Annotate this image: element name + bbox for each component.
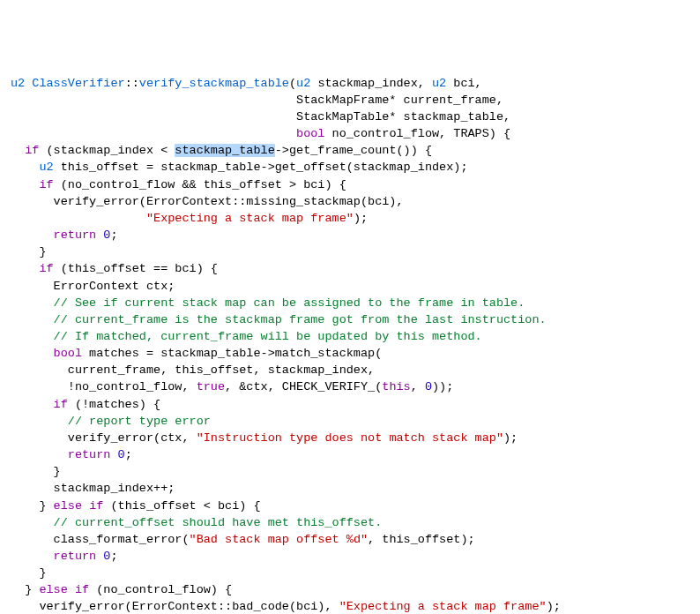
indent (11, 398, 54, 411)
code-line: // If matched, current_frame will be upd… (11, 330, 482, 343)
keyword-token: if (75, 583, 89, 596)
indent: } (11, 583, 39, 596)
func-token: verify_stackmap_table (139, 77, 289, 90)
indent (11, 178, 39, 191)
code-line: verify_error(ErrorContext::missing_stack… (11, 195, 404, 208)
code-line: return 0; (11, 448, 132, 461)
indent: verify_error(ctx, (11, 431, 197, 445)
text: matches = stackmap_table->match_stackmap… (82, 347, 382, 360)
code-line: StackMapFrame* current_frame, (11, 94, 503, 107)
text: ); (354, 212, 368, 225)
class-token: ClassVerifier (25, 77, 124, 90)
code-line: return 0; (11, 550, 118, 563)
type-token: u2 (296, 77, 310, 90)
text: ); (503, 431, 518, 445)
text (82, 499, 89, 513)
code-line: } else if (no_control_flow) { (11, 583, 232, 596)
type-token: u2 (432, 77, 446, 90)
indent (11, 228, 54, 242)
string-token: "Instruction type does not match stack m… (197, 431, 503, 445)
text: , &ctx, CHECK_VERIFY_( (225, 380, 382, 393)
text (68, 583, 75, 596)
code-line: ErrorContext ctx; (11, 280, 175, 293)
comment-token: // See if current stack map can be assig… (54, 296, 525, 310)
indent (11, 212, 146, 225)
code-line: u2 ClassVerifier::verify_stackmap_table(… (11, 77, 482, 90)
number-token: 0 (118, 448, 125, 461)
code-line: "Expecting a stack map frame"); (11, 212, 368, 225)
comment-token: // If matched, current_frame will be upd… (54, 330, 482, 343)
text: (no_control_flow && this_offset > bci) { (54, 178, 346, 191)
text: this_offset = stackmap_table->get_offset… (54, 161, 468, 174)
indent (11, 313, 54, 326)
code-line: bool matches = stackmap_table->match_sta… (11, 347, 382, 360)
code-line: // report type error (11, 415, 211, 428)
code-line: // See if current stack map can be assig… (11, 296, 525, 310)
comment-token: // current_frame is the stackmap frame g… (54, 313, 547, 326)
keyword-token: if (39, 262, 53, 275)
code-line: if (this_offset == bci) { (11, 262, 218, 275)
keyword-token: if (25, 144, 39, 157)
indent (11, 347, 54, 360)
keyword-token: return (54, 228, 97, 242)
code-line: stackmap_index++; (11, 482, 175, 495)
text: )); (432, 380, 453, 393)
text: ); (547, 600, 561, 613)
code-line: } (11, 566, 47, 580)
keyword-token: else (54, 499, 82, 513)
indent (11, 127, 296, 140)
text: ; (110, 228, 117, 242)
text: (this_offset < bci) { (103, 499, 260, 513)
code-line: if (stackmap_index < stackmap_table->get… (11, 144, 432, 157)
code-line: } else if (this_offset < bci) { (11, 499, 261, 513)
indent: } (11, 499, 54, 513)
indent (11, 296, 54, 310)
code-line: // current_offset should have met this_o… (11, 516, 382, 529)
code-line: if (!matches) { (11, 398, 160, 411)
indent (11, 330, 54, 343)
code-line: } (11, 245, 47, 258)
keyword-token: if (89, 499, 103, 513)
paren: ( (289, 77, 296, 90)
string-token: "Bad stack map offset %d" (190, 533, 369, 546)
keyword-token: this (382, 380, 410, 393)
text: (stackmap_index < (39, 144, 175, 157)
keyword-token: bool (54, 347, 82, 360)
text (110, 448, 117, 461)
text: (!matches) { (68, 398, 160, 411)
text: ; (125, 448, 132, 461)
code-line: StackMapTable* stackmap_table, (11, 110, 510, 124)
text: (this_offset == bci) { (54, 262, 218, 275)
keyword-token: if (54, 398, 68, 411)
keyword-token: return (54, 550, 97, 563)
code-line: current_frame, this_offset, stackmap_ind… (11, 363, 375, 377)
type-token: u2 (11, 77, 25, 90)
text: , this_offset); (368, 533, 475, 546)
indent: !no_control_flow, (11, 380, 197, 393)
indent: verify_error(ErrorContext::bad_code(bci)… (11, 600, 339, 613)
keyword-token: if (39, 178, 53, 191)
indent (11, 550, 54, 563)
param: stackmap_index, (310, 77, 432, 90)
text: no_control_flow, TRAPS) { (324, 127, 510, 140)
code-line: } (11, 465, 61, 478)
code-line: class_format_error("Bad stack map offset… (11, 533, 475, 546)
code-line: verify_error(ErrorContext::bad_code(bci)… (11, 600, 561, 613)
number-token: 0 (425, 380, 432, 393)
indent (11, 144, 25, 157)
code-line: bool no_control_flow, TRAPS) { (11, 127, 510, 140)
indent: class_format_error( (11, 533, 190, 546)
indent (11, 415, 68, 428)
param: bci, (446, 77, 482, 90)
keyword-token: else (39, 583, 67, 596)
code-line: return 0; (11, 228, 118, 242)
keyword-token: bool (296, 127, 324, 140)
indent (11, 448, 68, 461)
scope-op: :: (125, 77, 139, 90)
comment-token: // current_offset should have met this_o… (54, 516, 383, 529)
indent (11, 262, 39, 275)
code-line: u2 this_offset = stackmap_table->get_off… (11, 161, 468, 174)
code-line: if (no_control_flow && this_offset > bci… (11, 178, 346, 191)
indent (11, 161, 39, 174)
code-block: u2 ClassVerifier::verify_stackmap_table(… (11, 75, 689, 614)
